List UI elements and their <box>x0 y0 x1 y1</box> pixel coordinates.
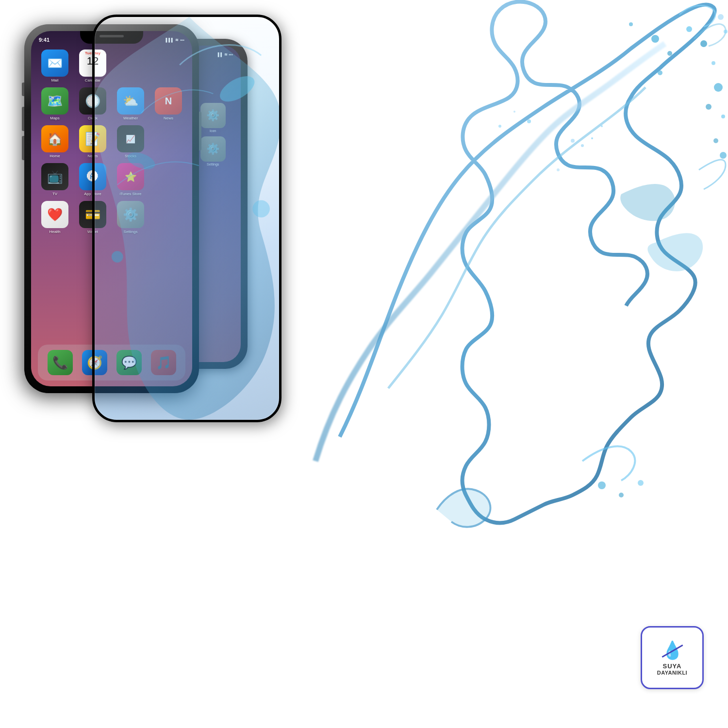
mute-button[interactable] <box>22 83 24 96</box>
screen-protector <box>92 15 281 422</box>
svg-point-16 <box>720 152 727 159</box>
svg-point-11 <box>718 14 724 20</box>
svg-point-12 <box>724 30 728 33</box>
mail-label: Mail <box>51 78 59 83</box>
home-icon: 🏠 <box>41 125 68 152</box>
glass-surface <box>92 15 281 422</box>
dock-phone-icon: 📞 <box>48 350 73 375</box>
svg-point-24 <box>601 125 603 127</box>
svg-point-9 <box>711 61 715 65</box>
svg-point-28 <box>498 125 501 128</box>
tv-label: TV <box>52 192 57 196</box>
health-label: Health <box>49 230 60 234</box>
volume-up-button[interactable] <box>22 107 24 131</box>
glass-highlight <box>95 17 279 420</box>
svg-point-5 <box>667 51 672 56</box>
app-health[interactable]: ❤️ Health <box>39 201 70 234</box>
badge-line2: DAYANIKLI <box>657 670 687 676</box>
svg-point-13 <box>714 83 723 92</box>
svg-point-26 <box>527 119 531 123</box>
water-splash <box>291 0 728 534</box>
home-label: Home <box>50 154 60 158</box>
svg-point-20 <box>638 480 644 486</box>
svg-point-17 <box>713 138 718 143</box>
svg-point-22 <box>591 137 593 139</box>
svg-point-21 <box>581 144 584 147</box>
tv-icon: 📺 <box>41 163 68 190</box>
svg-point-4 <box>651 35 659 43</box>
volume-down-button[interactable] <box>22 136 24 160</box>
svg-point-15 <box>721 115 725 118</box>
svg-point-14 <box>706 104 711 110</box>
maps-icon: 🗺️ <box>41 87 68 115</box>
badge-line1: SUYA <box>663 662 682 670</box>
svg-point-27 <box>513 111 515 113</box>
water-splash-svg <box>291 0 728 534</box>
svg-point-8 <box>700 40 707 47</box>
water-drop-icon: 💧 <box>662 640 683 661</box>
svg-point-25 <box>557 168 560 171</box>
health-icon: ❤️ <box>41 201 68 228</box>
product-scene: 9:41 ▌▌ ≋ ▪▪▪ 🌈 Photos 📷 Camera <box>0 0 728 728</box>
mail-icon: ✉️ <box>41 50 68 77</box>
app-home[interactable]: 🏠 Home <box>39 125 70 158</box>
svg-point-7 <box>629 22 633 26</box>
svg-point-18 <box>598 481 606 489</box>
app-tv[interactable]: 📺 TV <box>39 163 70 196</box>
svg-point-10 <box>658 70 662 75</box>
dock-phone[interactable]: 📞 <box>48 350 73 375</box>
svg-point-23 <box>571 139 575 143</box>
app-mail[interactable]: ✉️ Mail <box>39 50 70 83</box>
svg-point-19 <box>619 493 624 497</box>
water-resistant-badge: 💧 SUYA DAYANIKLI <box>641 626 704 689</box>
maps-label: Maps <box>50 116 60 120</box>
status-time: 9:41 <box>39 37 50 43</box>
app-maps[interactable]: 🗺️ Maps <box>39 87 70 120</box>
svg-point-6 <box>686 26 692 32</box>
